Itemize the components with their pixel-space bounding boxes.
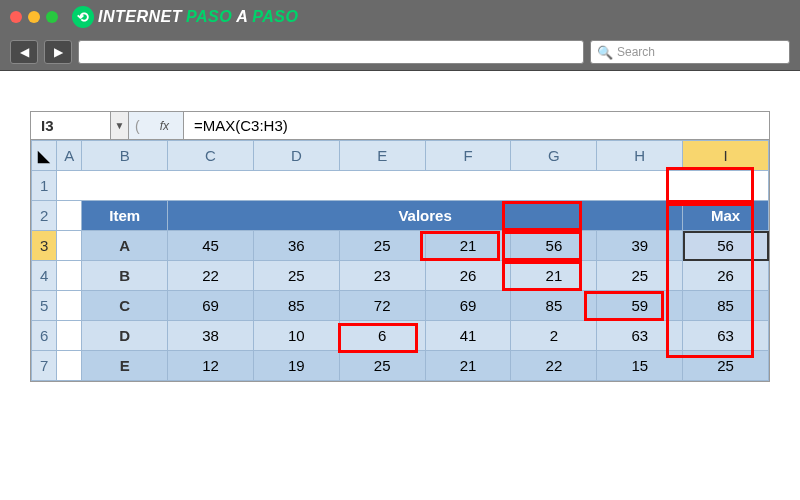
col-H[interactable]: H bbox=[597, 141, 683, 171]
cell-F5[interactable]: 69 bbox=[425, 291, 511, 321]
cell-G3[interactable]: 56 bbox=[511, 231, 597, 261]
cell-A5[interactable] bbox=[57, 291, 82, 321]
cell-F4[interactable]: 26 bbox=[425, 261, 511, 291]
cell-C5[interactable]: 69 bbox=[168, 291, 254, 321]
cell-A6[interactable] bbox=[57, 321, 82, 351]
cell-C7[interactable]: 12 bbox=[168, 351, 254, 381]
cell-D3[interactable]: 36 bbox=[253, 231, 339, 261]
cell-D5[interactable]: 85 bbox=[253, 291, 339, 321]
cell-G7[interactable]: 22 bbox=[511, 351, 597, 381]
brand-part1: INTERNET bbox=[98, 8, 182, 26]
col-G[interactable]: G bbox=[511, 141, 597, 171]
fx-label[interactable]: fx bbox=[146, 112, 184, 139]
cell-B7[interactable]: E bbox=[82, 351, 168, 381]
cell-E5[interactable]: 72 bbox=[339, 291, 425, 321]
spreadsheet[interactable]: ◣ A B C D E F G H I 1 bbox=[31, 140, 769, 381]
cell-E3[interactable]: 25 bbox=[339, 231, 425, 261]
cell-D6[interactable]: 10 bbox=[253, 321, 339, 351]
cell-I4[interactable]: 26 bbox=[683, 261, 769, 291]
cell-H7[interactable]: 15 bbox=[597, 351, 683, 381]
search-placeholder: Search bbox=[617, 45, 655, 59]
brand-part4: PASO bbox=[252, 8, 298, 26]
column-headers: ◣ A B C D E F G H I bbox=[32, 141, 769, 171]
brand-part3: A bbox=[236, 8, 248, 26]
col-C[interactable]: C bbox=[168, 141, 254, 171]
cell-F7[interactable]: 21 bbox=[425, 351, 511, 381]
col-E[interactable]: E bbox=[339, 141, 425, 171]
fx-paren: ( bbox=[129, 112, 146, 139]
site-logo: ⟲ INTERNETPASOAPASO bbox=[72, 6, 298, 28]
row-head-3[interactable]: 3 bbox=[32, 231, 57, 261]
col-D[interactable]: D bbox=[253, 141, 339, 171]
cell-G5[interactable]: 85 bbox=[511, 291, 597, 321]
header-valores[interactable]: Valores bbox=[168, 201, 683, 231]
cell-C3[interactable]: 45 bbox=[168, 231, 254, 261]
cell-F3[interactable]: 21 bbox=[425, 231, 511, 261]
url-bar[interactable] bbox=[78, 40, 584, 64]
cell-E4[interactable]: 23 bbox=[339, 261, 425, 291]
cell-E7[interactable]: 25 bbox=[339, 351, 425, 381]
row-head-7[interactable]: 7 bbox=[32, 351, 57, 381]
maximize-icon[interactable] bbox=[46, 11, 58, 23]
search-input[interactable]: 🔍 Search bbox=[590, 40, 790, 64]
col-A[interactable]: A bbox=[57, 141, 82, 171]
cell-C4[interactable]: 22 bbox=[168, 261, 254, 291]
col-B[interactable]: B bbox=[82, 141, 168, 171]
select-all-corner[interactable]: ◣ bbox=[32, 141, 57, 171]
cell-I3[interactable]: 56 bbox=[683, 231, 769, 261]
brand-part2: PASO bbox=[186, 8, 232, 26]
cell-I5[interactable]: 85 bbox=[683, 291, 769, 321]
col-F[interactable]: F bbox=[425, 141, 511, 171]
back-button[interactable]: ◀ bbox=[10, 40, 38, 64]
formula-bar: I3 ▼ ( fx =MAX(C3:H3) bbox=[31, 112, 769, 140]
cell-A3[interactable] bbox=[57, 231, 82, 261]
row-1: 1 bbox=[32, 171, 769, 201]
row-2: 2 Item Valores Max bbox=[32, 201, 769, 231]
cell-B6[interactable]: D bbox=[82, 321, 168, 351]
row-head-6[interactable]: 6 bbox=[32, 321, 57, 351]
cell-H5[interactable]: 59 bbox=[597, 291, 683, 321]
cell-F6[interactable]: 41 bbox=[425, 321, 511, 351]
close-icon[interactable] bbox=[10, 11, 22, 23]
search-icon: 🔍 bbox=[597, 45, 613, 60]
cell-A7[interactable] bbox=[57, 351, 82, 381]
cell-G6[interactable]: 2 bbox=[511, 321, 597, 351]
cell-G4[interactable]: 21 bbox=[511, 261, 597, 291]
cell-A4[interactable] bbox=[57, 261, 82, 291]
cell-B4[interactable]: B bbox=[82, 261, 168, 291]
cell-D7[interactable]: 19 bbox=[253, 351, 339, 381]
col-I[interactable]: I bbox=[683, 141, 769, 171]
row-3: 3 A 45 36 25 21 56 39 56 bbox=[32, 231, 769, 261]
row-6: 6 D 38 10 6 41 2 63 63 bbox=[32, 321, 769, 351]
cell-I7[interactable]: 25 bbox=[683, 351, 769, 381]
cell-B3[interactable]: A bbox=[82, 231, 168, 261]
name-box-dropdown-icon[interactable]: ▼ bbox=[111, 112, 129, 139]
cell-empty[interactable] bbox=[57, 171, 769, 201]
row-head-5[interactable]: 5 bbox=[32, 291, 57, 321]
row-head-1[interactable]: 1 bbox=[32, 171, 57, 201]
name-box[interactable]: I3 bbox=[31, 112, 111, 139]
header-max[interactable]: Max bbox=[683, 201, 769, 231]
cell-D4[interactable]: 25 bbox=[253, 261, 339, 291]
header-item[interactable]: Item bbox=[82, 201, 168, 231]
titlebar: ⟲ INTERNETPASOAPASO bbox=[0, 0, 800, 34]
forward-button[interactable]: ▶ bbox=[44, 40, 72, 64]
cell-H4[interactable]: 25 bbox=[597, 261, 683, 291]
cell-C6[interactable]: 38 bbox=[168, 321, 254, 351]
cell-E6[interactable]: 6 bbox=[339, 321, 425, 351]
cell-H6[interactable]: 63 bbox=[597, 321, 683, 351]
row-4: 4 B 22 25 23 26 21 25 26 bbox=[32, 261, 769, 291]
row-7: 7 E 12 19 25 21 22 15 25 bbox=[32, 351, 769, 381]
minimize-icon[interactable] bbox=[28, 11, 40, 23]
browser-chrome: ⟲ INTERNETPASOAPASO ◀ ▶ 🔍 Search bbox=[0, 0, 800, 71]
cell-I6[interactable]: 63 bbox=[683, 321, 769, 351]
row-5: 5 C 69 85 72 69 85 59 85 bbox=[32, 291, 769, 321]
row-head-2[interactable]: 2 bbox=[32, 201, 57, 231]
cell-A2[interactable] bbox=[57, 201, 82, 231]
page-content: I3 ▼ ( fx =MAX(C3:H3) ◣ A B C bbox=[0, 71, 800, 422]
formula-input[interactable]: =MAX(C3:H3) bbox=[184, 112, 769, 139]
navbar: ◀ ▶ 🔍 Search bbox=[0, 34, 800, 70]
row-head-4[interactable]: 4 bbox=[32, 261, 57, 291]
cell-H3[interactable]: 39 bbox=[597, 231, 683, 261]
cell-B5[interactable]: C bbox=[82, 291, 168, 321]
